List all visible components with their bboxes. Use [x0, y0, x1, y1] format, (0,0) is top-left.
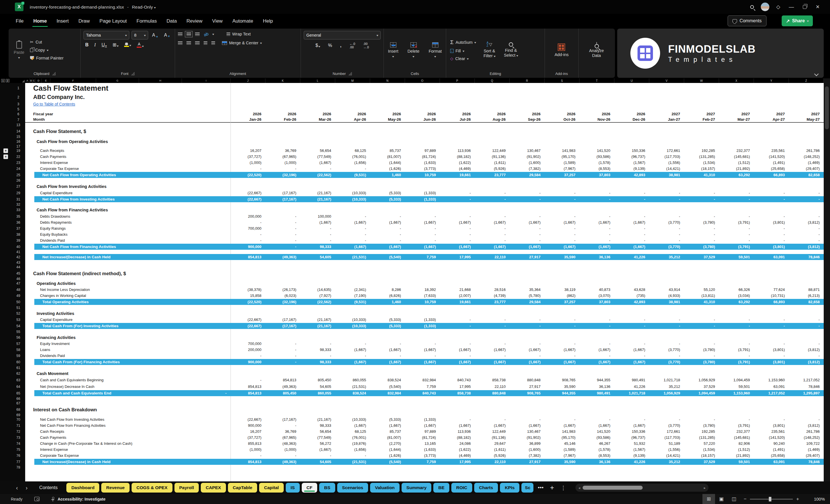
sheet-tab-summary[interactable]: Summary	[402, 483, 432, 493]
cell-R57[interactable]: -	[510, 342, 545, 346]
cell-U40[interactable]: (1,667)	[614, 245, 649, 249]
cell-T25[interactable]: 37,803	[579, 173, 614, 177]
cell-T76[interactable]: (8,553)	[579, 453, 614, 458]
cell-X70[interactable]: -	[719, 417, 754, 421]
cell-S49[interactable]: (862)	[545, 293, 579, 298]
row-header-23[interactable]: 23	[11, 160, 25, 166]
column-header-G[interactable]: G	[96, 78, 139, 83]
select-all-icon[interactable]	[22, 80, 25, 83]
cell-V59[interactable]: -	[649, 353, 684, 358]
italic-button[interactable]: I	[93, 42, 98, 48]
tab-scroll-left[interactable]: ‹	[13, 484, 21, 491]
label-cell-73[interactable]: Cash Payments	[25, 435, 230, 441]
cell-O40[interactable]: (1,667)	[405, 245, 440, 249]
cell-O77[interactable]: 7,759	[405, 460, 440, 464]
sheet-options-button[interactable]: ⋮	[558, 484, 568, 491]
cell-N7[interactable]: May-26	[370, 117, 405, 122]
cell-J71[interactable]: 900,000	[230, 423, 265, 428]
cell-R64[interactable]: 27,917	[510, 384, 545, 389]
cell-M74[interactable]: (19,876)	[335, 441, 370, 446]
cell-T40[interactable]: (1,667)	[579, 245, 614, 249]
cell-O72[interactable]: 97,889	[405, 429, 440, 434]
cell-K63[interactable]: 854,813	[265, 378, 300, 382]
decrease-font-button[interactable]: A▼	[162, 32, 172, 38]
label-cell-16[interactable]: Cash Flow from Operating Activities	[25, 138, 108, 145]
cell-L70[interactable]: (21,167)	[300, 417, 335, 421]
sheet-tab-be[interactable]: BE	[433, 483, 449, 493]
column-header-R[interactable]: R	[510, 78, 545, 83]
cell-P42[interactable]: 17,995	[440, 255, 475, 259]
cell-K39[interactable]: -	[265, 238, 300, 243]
cell-S38[interactable]: -	[545, 232, 579, 237]
cell-T58[interactable]: (1,667)	[579, 348, 614, 352]
cell-Z24[interactable]: (29,407)	[789, 166, 824, 171]
cell-S42[interactable]: 35,590	[545, 255, 579, 259]
label-cell-7[interactable]: Month	[25, 117, 230, 122]
decrease-decimal-button[interactable]: .00→.0	[361, 42, 371, 49]
cell-O53[interactable]: (1,333)	[405, 317, 440, 322]
row-header-59[interactable]: 59	[11, 353, 25, 359]
cell-S60[interactable]: (1,667)	[545, 360, 579, 364]
cell-W25[interactable]: 41,310	[684, 173, 719, 177]
row-header-35[interactable]: 35	[11, 213, 25, 219]
cell-M39[interactable]: -	[335, 238, 370, 243]
cell-J36[interactable]: -	[230, 220, 265, 224]
cell-P23[interactable]: (1,622)	[440, 160, 475, 165]
cell-W63[interactable]: 1,056,929	[684, 378, 719, 382]
cell-T50[interactable]: 37,803	[579, 300, 614, 304]
row-header-71[interactable]: 71	[11, 422, 25, 429]
cell-L40[interactable]: 98,333	[300, 245, 335, 249]
cell-K74[interactable]: (48,363)	[265, 441, 300, 446]
cell-S29[interactable]: -	[545, 191, 579, 195]
sheet-tab-payroll[interactable]: Payroll	[174, 483, 199, 493]
cell-X49[interactable]: (3,034)	[719, 293, 754, 298]
cell-T77[interactable]: 36,136	[579, 460, 614, 464]
row-header-13[interactable]: 13	[11, 123, 25, 127]
chevron-down-icon[interactable]: ▾	[154, 6, 156, 9]
underline-button[interactable]: U▾	[100, 42, 109, 48]
row-header-1[interactable]: 1	[11, 83, 25, 93]
cell-R75[interactable]: (1,600)	[510, 447, 545, 452]
share-button[interactable]: ↗ Share ▾	[782, 15, 813, 26]
sheet-tab-cf[interactable]: CF	[302, 483, 317, 493]
row-header-54[interactable]: 54	[11, 323, 25, 329]
sheet-tab-cogs-opex[interactable]: COGS & OPEX	[132, 483, 172, 493]
cell-M22[interactable]: (76,001)	[335, 154, 370, 159]
cell-O65[interactable]: 840,743	[405, 391, 440, 395]
row-header-66[interactable]: 66	[11, 397, 25, 401]
restore-button[interactable]	[798, 0, 811, 14]
cell-S40[interactable]: (1,667)	[545, 245, 579, 249]
label-cell-37[interactable]: Equity Raisings	[25, 225, 230, 231]
cell-J77[interactable]: 854,813	[230, 460, 265, 464]
cell-X50[interactable]: 63,292	[719, 300, 754, 304]
cell-R19[interactable]: 130,467	[510, 149, 545, 153]
cell-Q59[interactable]: -	[475, 353, 510, 358]
cell-N37[interactable]: -	[370, 226, 405, 230]
cell-M54[interactable]: (10,333)	[335, 324, 370, 328]
label-cell-39[interactable]: Dividends Paid	[25, 238, 230, 244]
find-select-button[interactable]: Find &Select ▾	[502, 42, 520, 59]
accessibility-status[interactable]: Accessibility: Investigate	[58, 497, 105, 501]
cell-L31[interactable]: (21,167)	[300, 197, 335, 201]
cell-O35[interactable]: -	[405, 214, 440, 219]
cell-V40[interactable]: (3,770)	[649, 245, 684, 249]
cell-Y19[interactable]: 235,561	[754, 149, 789, 153]
cell-Z38[interactable]: -	[789, 232, 824, 237]
cell-Z37[interactable]: -	[789, 226, 824, 230]
sheet-tab-dashboard[interactable]: Dashboard	[66, 483, 99, 493]
cell-V72[interactable]: 172,661	[649, 429, 684, 434]
cell-R74[interactable]: 36,899	[510, 441, 545, 446]
cell-Y6[interactable]: 2027	[754, 112, 789, 116]
close-button[interactable]: ×	[811, 0, 824, 14]
cell-N23[interactable]: (1,644)	[370, 160, 405, 165]
cell-R39[interactable]: -	[510, 238, 545, 243]
cell-Z7[interactable]: May-27	[789, 117, 824, 122]
row-header-27[interactable]: 27	[11, 183, 25, 190]
cell-K73[interactable]: (67,965)	[265, 435, 300, 440]
label-cell-36[interactable]: Debts Repayments	[25, 219, 230, 225]
row-header-60[interactable]: 60	[11, 359, 25, 365]
menu-tab-help[interactable]: Help	[258, 15, 278, 27]
cell-Z23[interactable]: (1,469)	[789, 160, 824, 165]
cell-S64[interactable]: 35,590	[545, 384, 579, 389]
total-label-cell[interactable]: Total Cash From (For) Investing Activiti…	[34, 324, 230, 328]
